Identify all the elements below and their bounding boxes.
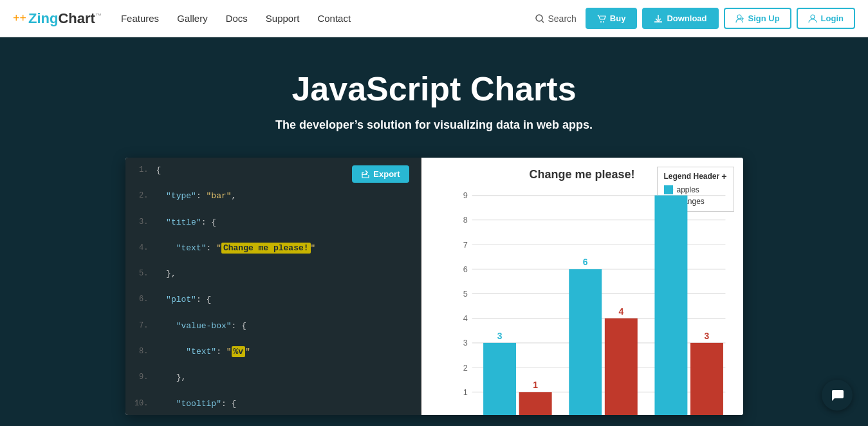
- navbar: ++ ZingChart™ Features Gallery Docs Supp…: [0, 0, 868, 37]
- chart-panel: Change me please! Legend Header + apples…: [421, 158, 743, 415]
- svg-point-0: [536, 15, 542, 21]
- svg-text:1: 1: [463, 387, 467, 397]
- person-icon: [808, 14, 817, 23]
- bar-g3-oranges: [690, 343, 723, 415]
- svg-text:3: 3: [704, 331, 709, 341]
- person-add-icon: [735, 14, 744, 23]
- nav-gallery[interactable]: Gallery: [177, 13, 208, 24]
- svg-line-1: [542, 21, 544, 23]
- svg-text:7: 7: [463, 240, 467, 250]
- legend-plus-icon: +: [721, 171, 726, 181]
- svg-text:6: 6: [463, 264, 467, 274]
- svg-point-3: [603, 21, 604, 23]
- logo-plus-icon: ++: [13, 12, 26, 25]
- search-icon: [535, 14, 544, 23]
- download-icon: [654, 14, 663, 23]
- signup-button[interactable]: Sign Up: [724, 8, 791, 29]
- nav-actions: Search Buy Download Sign Up Login: [535, 8, 855, 29]
- legend-header-text: Legend Header: [664, 172, 720, 181]
- svg-text:5: 5: [463, 289, 467, 299]
- nav-support[interactable]: Support: [266, 13, 300, 24]
- hero-title: JavaScript Charts: [13, 69, 855, 108]
- svg-text:8: 8: [463, 215, 467, 225]
- svg-text:4: 4: [618, 306, 623, 317]
- chat-button[interactable]: [822, 380, 853, 411]
- code-block: 1.{ 2. "type": "bar", 3. "title": { 4. "…: [125, 164, 421, 415]
- cart-icon: [597, 15, 606, 23]
- logo[interactable]: ++ ZingChart™: [13, 10, 102, 27]
- nav-links: Features Gallery Docs Support Contact: [121, 13, 536, 24]
- svg-text:2: 2: [463, 363, 467, 373]
- logo-text: ZingChart™: [28, 10, 102, 27]
- download-button[interactable]: Download: [642, 8, 718, 29]
- svg-point-5: [811, 15, 815, 19]
- demo-section: Export 1.{ 2. "type": "bar", 3. "title":…: [0, 158, 868, 426]
- bar-g1-apples: [483, 343, 516, 415]
- bar-g2-apples: [569, 269, 602, 415]
- hero-section: JavaScript Charts The developer’s soluti…: [0, 37, 868, 158]
- login-button[interactable]: Login: [797, 8, 855, 29]
- svg-text:1: 1: [533, 380, 538, 390]
- export-icon: [361, 170, 370, 179]
- nav-contact[interactable]: Contact: [317, 13, 351, 24]
- search-button[interactable]: Search: [535, 14, 576, 24]
- hero-subtitle: The developer’s solution for visualizing…: [13, 118, 855, 132]
- chart-svg: 9 8 7 6 5 4 3 2 1 3 1: [450, 188, 733, 415]
- svg-text:3: 3: [497, 331, 502, 341]
- code-panel[interactable]: Export 1.{ 2. "type": "bar", 3. "title":…: [125, 158, 421, 415]
- svg-text:4: 4: [463, 313, 467, 323]
- nav-docs[interactable]: Docs: [226, 13, 248, 24]
- nav-features[interactable]: Features: [121, 13, 159, 24]
- svg-text:9: 9: [669, 188, 674, 195]
- chat-icon: [830, 388, 844, 402]
- svg-point-2: [600, 21, 602, 23]
- chart-area: 9 8 7 6 5 4 3 2 1 3 1: [432, 188, 733, 415]
- bar-g2-oranges: [604, 319, 637, 415]
- buy-button[interactable]: Buy: [586, 8, 638, 29]
- bar-g3-apples: [654, 196, 687, 415]
- svg-point-4: [737, 15, 741, 19]
- svg-text:3: 3: [463, 338, 467, 347]
- svg-text:9: 9: [463, 190, 467, 200]
- bar-g1-oranges: [519, 392, 551, 415]
- demo-container: Export 1.{ 2. "type": "bar", 3. "title":…: [125, 158, 743, 415]
- svg-text:6: 6: [582, 257, 587, 267]
- export-button[interactable]: Export: [352, 165, 409, 183]
